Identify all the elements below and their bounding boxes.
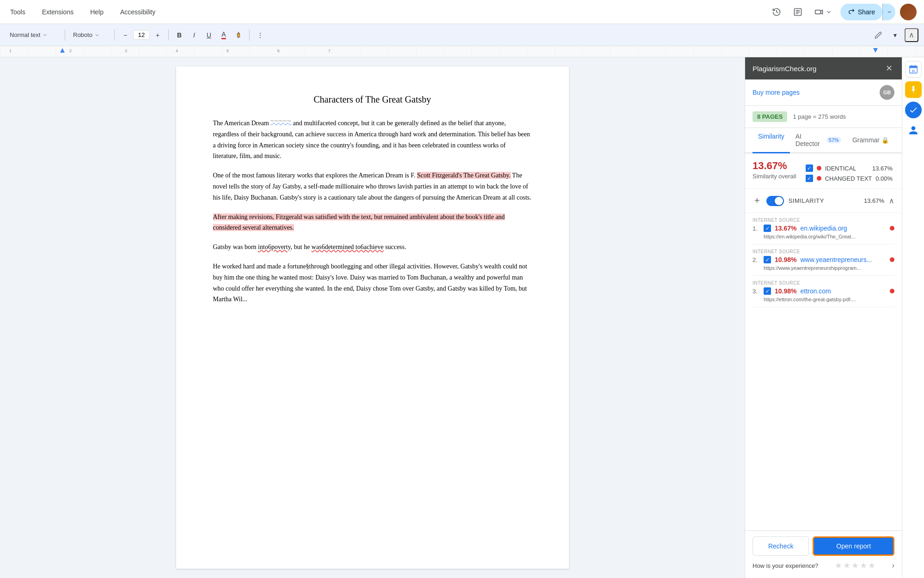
para3-wavy2: was6determined to6achieve (312, 243, 384, 250)
ai-pct-badge: 57% (826, 137, 841, 143)
star-4[interactable]: ★ (860, 560, 867, 571)
pen-dropdown[interactable]: ▾ (888, 28, 902, 42)
bold-button[interactable]: B (172, 28, 186, 42)
tab-grammar[interactable]: Grammar 🔒 (847, 128, 894, 153)
contacts-icon[interactable] (905, 122, 922, 139)
para3-mid: , but he (291, 243, 312, 250)
menu-tools[interactable]: Tools (7, 6, 28, 18)
source-2-num: 2. (753, 256, 760, 263)
pages-description: 1 page = 275 words (793, 113, 846, 120)
calendar-icon[interactable]: 31 (905, 61, 922, 78)
menu-accessibility[interactable]: Accessibility (117, 6, 158, 18)
source-3-row: 3. ✓ 10.98% ettron.com (753, 287, 894, 295)
star-rating[interactable]: ★ ★ ★ ★ ★ (835, 560, 875, 571)
open-report-button[interactable]: Open report (813, 536, 894, 556)
italic-button[interactable]: I (187, 28, 201, 42)
font-select[interactable]: Roboto (69, 29, 110, 41)
toolbar-right: ▾ ∧ (871, 28, 918, 42)
text-color-button[interactable]: A (217, 28, 231, 42)
history-icon[interactable] (768, 4, 785, 20)
add-source-icon[interactable]: + (753, 194, 762, 208)
text-style-select[interactable]: Normal text (6, 29, 61, 41)
identical-checkbox[interactable]: ✓ (806, 164, 813, 172)
panel-close-button[interactable]: ✕ (883, 63, 894, 74)
changed-checkbox[interactable]: ✓ (806, 175, 813, 182)
source-1-num: 1. (753, 225, 760, 232)
toggle-value: 13.67% (864, 197, 884, 204)
font-size-decrease[interactable]: − (118, 28, 132, 42)
star-2[interactable]: ★ (843, 560, 851, 571)
svg-rect-8 (909, 66, 917, 68)
source-2-type: INTERNET SOURCE (753, 249, 894, 254)
source-1-name[interactable]: en.wikipedia.org (800, 225, 847, 232)
tab-similarity[interactable]: Similarity (753, 128, 790, 153)
recheck-button[interactable]: Recheck (753, 536, 809, 556)
document-area[interactable]: Characters of The Great Gatsby The Ameri… (0, 57, 745, 578)
main-content: Characters of The Great Gatsby The Ameri… (0, 57, 924, 578)
para3-wavy1: into6poverty (258, 243, 291, 250)
pen-icon[interactable] (871, 28, 885, 42)
similarity-overall: 13.67% Similarity overall ✓ IDENTICAL 13… (745, 153, 902, 189)
similarity-rows: ✓ IDENTICAL 13.67% ✓ CHANGED TEXT 0.00% (806, 164, 893, 182)
highlight-button[interactable] (232, 28, 245, 42)
share-caret[interactable] (882, 4, 895, 20)
similarity-overall-label: Similarity overall (753, 173, 796, 180)
document-page: Characters of The Great Gatsby The Ameri… (176, 67, 569, 569)
top-right-controls: Share (768, 4, 917, 20)
source-2-checkbox[interactable]: ✓ (764, 256, 771, 263)
collapse-icon[interactable]: ∧ (889, 196, 894, 205)
changed-dot (817, 176, 821, 181)
more-options-button[interactable]: ⋮ (253, 28, 267, 42)
panel-header: PlagiarismCheck.org ✕ (745, 57, 902, 79)
star-5[interactable]: ★ (868, 560, 875, 571)
share-button[interactable]: Share (840, 4, 882, 20)
underline-button[interactable]: U (202, 28, 216, 42)
source-3-checkbox[interactable]: ✓ (764, 287, 771, 295)
source-3-name[interactable]: ettron.com (800, 287, 831, 295)
keep-icon[interactable] (905, 81, 922, 98)
source-1-checkbox[interactable]: ✓ (764, 225, 771, 232)
grammar-label: Grammar (852, 136, 880, 144)
toggle-knob (775, 197, 783, 205)
toolbar-style-group: Normal text (6, 29, 61, 41)
source-3-pct: 10.98% (775, 287, 796, 295)
tasks-icon[interactable] (905, 102, 922, 118)
source-2-name[interactable]: www.yeaentrepreneurs... (800, 256, 872, 263)
para3-start: Gatsby was born (213, 243, 258, 250)
source-item-3: INTERNET SOURCE 3. ✓ 10.98% ettron.com h… (753, 276, 894, 307)
identical-val: 13.67% (872, 165, 893, 172)
font-size-increase[interactable]: + (151, 28, 165, 42)
ruler: 1 2 3 4 5 6 7 (0, 46, 924, 57)
gb-avatar: GB (880, 85, 894, 100)
similarity-pct: 13.67% (753, 160, 796, 172)
similarity-toggle[interactable] (766, 196, 784, 206)
changed-text-row: ✓ CHANGED TEXT 0.00% (806, 175, 893, 182)
menu-help[interactable]: Help (87, 6, 106, 18)
source-3-dot (890, 289, 894, 293)
star-3[interactable]: ★ (851, 560, 859, 571)
buy-more-link[interactable]: Buy more pages (753, 89, 800, 96)
star-1[interactable]: ★ (835, 560, 842, 571)
para2-highlight: Scott Fitzgerald's The Great Gatsby. (417, 172, 510, 179)
document-icon[interactable] (789, 4, 806, 20)
pages-badge: 8 PAGES (753, 111, 787, 122)
expand-button[interactable]: ∧ (905, 28, 918, 42)
footer-buttons: Recheck Open report (753, 536, 894, 556)
para4-text: He worked hard and made a fortune§throug… (213, 263, 527, 303)
para2-start: One of the most famous literary works th… (213, 172, 417, 179)
font-size-input[interactable]: 12 (133, 30, 150, 40)
share-button-group: Share (840, 4, 895, 20)
svg-rect-4 (815, 10, 820, 13)
identical-row: ✓ IDENTICAL 13.67% (806, 164, 893, 172)
font-value: Roboto (73, 31, 92, 38)
experience-chevron[interactable]: › (892, 561, 894, 570)
user-avatar[interactable] (900, 4, 917, 20)
similarity-left: 13.67% Similarity overall (753, 160, 796, 180)
video-call-icon[interactable] (811, 4, 836, 20)
similarity-header: 13.67% Similarity overall ✓ IDENTICAL 13… (753, 160, 894, 182)
changed-val: 0.00% (875, 175, 893, 182)
source-1-url: https://en.wikipedia.org/wiki/The_Great.… (764, 234, 894, 239)
tab-ai-detector[interactable]: AI Detector 57% (790, 128, 847, 153)
menu-extensions[interactable]: Extensions (39, 6, 76, 18)
changed-label: CHANGED TEXT (825, 175, 872, 182)
